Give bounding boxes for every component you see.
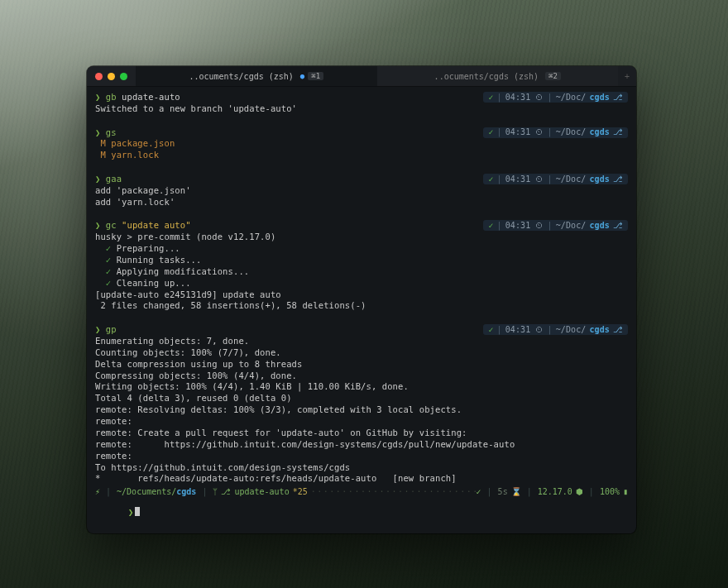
status-path: ~/Documents/cgds [117, 487, 196, 496]
cursor-icon [135, 507, 140, 516]
terminal-body[interactable]: ❯ gb update-auto ✓| 04:31 ⏲| ~/Doc/cgds … [87, 87, 636, 485]
battery-icon: ▮ [623, 487, 628, 496]
output-line: remote: [95, 451, 628, 462]
hourglass-icon: ⌛ [511, 487, 521, 496]
terminal-window: ..ocuments/cgds (zsh) ● ⌘1 ..ocuments/cg… [87, 66, 636, 533]
output-line: To https://github.intuit.com/design-syst… [95, 462, 628, 474]
branch-icon: ⎇ [221, 487, 231, 496]
output-line: M yarn.lock [95, 150, 628, 161]
output-line: Enumerating objects: 7, done. [95, 336, 628, 347]
output-line: add 'package.json' [95, 185, 628, 197]
notification-icon: ● [300, 72, 304, 80]
command-line: ❯ gp ✓| 04:31 ⏲| ~/Doc/cgds ⎇ [95, 324, 628, 336]
output-line: remote: https://github.intuit.com/design… [95, 439, 628, 451]
right-prompt: ✓| 04:31 ⏲| ~/Doc/cgds ⎇ [483, 174, 628, 184]
right-prompt: ✓| 04:31 ⏲| ~/Doc/cgds ⎇ [483, 92, 628, 103]
status-duration: 5s [498, 487, 508, 496]
status-ok-icon: ✓ [477, 487, 481, 496]
right-prompt: ✓| 04:31 ⏲| ~/Doc/cgds ⎇ [483, 220, 628, 231]
new-tab-button[interactable]: + [618, 66, 636, 86]
status-filler: ······························ [308, 487, 477, 496]
output-line: ✓ Applying modifications... [95, 266, 628, 278]
terminal-footer: ⚡ | ~/Documents/cgds | ᛘ ⎇ update-auto *… [87, 485, 636, 533]
prompt-line[interactable]: ❯ [95, 496, 628, 528]
zoom-icon[interactable] [120, 73, 127, 80]
titlebar: ..ocuments/cgds (zsh) ● ⌘1 ..ocuments/cg… [87, 66, 636, 87]
right-prompt: ✓| 04:31 ⏲| ~/Doc/cgds ⎇ [483, 324, 628, 335]
status-branch: update-auto [234, 487, 289, 496]
output-line: Writing objects: 100% (4/4), 1.40 KiB | … [95, 381, 628, 393]
command-line: ❯ gc "update auto" ✓| 04:31 ⏲| ~/Doc/cgd… [95, 220, 628, 232]
close-icon[interactable] [95, 73, 103, 80]
tab-title: ..ocuments/cgds (zsh) [434, 72, 539, 81]
output-line: [update-auto e245131d9] update auto [95, 289, 628, 301]
minimize-icon[interactable] [108, 73, 115, 80]
status-node: 12.17.0 [538, 487, 572, 496]
status-battery: 100% [600, 487, 620, 496]
command-block: ❯ gp ✓| 04:31 ⏲| ~/Doc/cgds ⎇Enumerating… [95, 324, 628, 485]
command-line: ❯ gs ✓| 04:31 ⏲| ~/Doc/cgds ⎇ [95, 127, 628, 139]
output-line: remote: [95, 416, 628, 428]
command-block: ❯ gs ✓| 04:31 ⏲| ~/Doc/cgds ⎇ M package.… [95, 127, 628, 162]
prompt-icon: ⚡ [95, 487, 100, 496]
tab-shortcut: ⌘1 [308, 72, 323, 80]
command-line: ❯ gb update-auto ✓| 04:31 ⏲| ~/Doc/cgds … [95, 92, 628, 103]
output-line: ✓ Running tasks... [95, 255, 628, 266]
tab-shortcut: ⌘2 [545, 72, 561, 80]
command-block: ❯ gaa ✓| 04:31 ⏲| ~/Doc/cgds ⎇add 'packa… [95, 174, 628, 208]
git-icon: ᛘ [213, 487, 218, 496]
output-line: M package.json [95, 138, 628, 150]
output-line: * refs/heads/update-auto:refs/heads/upda… [95, 473, 628, 485]
powerline-status: ⚡ | ~/Documents/cgds | ᛘ ⎇ update-auto *… [95, 487, 628, 496]
output-line: add 'yarn.lock' [95, 197, 628, 208]
tab-title: ..ocuments/cgds (zsh) [189, 72, 293, 81]
command-line: ❯ gaa ✓| 04:31 ⏲| ~/Doc/cgds ⎇ [95, 174, 628, 185]
output-line: remote: Resolving deltas: 100% (3/3), co… [95, 404, 628, 416]
tab-1[interactable]: ..ocuments/cgds (zsh) ● ⌘1 [136, 66, 377, 86]
right-prompt: ✓| 04:31 ⏲| ~/Doc/cgds ⎇ [483, 127, 628, 138]
command-block: ❯ gb update-auto ✓| 04:31 ⏲| ~/Doc/cgds … [95, 92, 628, 115]
output-line: remote: Create a pull request for 'updat… [95, 428, 628, 439]
output-line: Counting objects: 100% (7/7), done. [95, 347, 628, 359]
command-block: ❯ gc "update auto" ✓| 04:31 ⏲| ~/Doc/cgd… [95, 220, 628, 312]
output-line: Switched to a new branch 'update-auto' [95, 103, 628, 115]
status-dirty: *25 [293, 487, 308, 496]
traffic-lights [87, 66, 136, 86]
output-line: 2 files changed, 58 insertions(+), 58 de… [95, 300, 628, 312]
node-icon: ⬢ [576, 487, 583, 496]
output-line: ✓ Preparing... [95, 243, 628, 255]
tab-2[interactable]: ..ocuments/cgds (zsh) ⌘2 [377, 66, 619, 86]
output-line: ✓ Cleaning up... [95, 278, 628, 289]
output-line: husky > pre-commit (node v12.17.0) [95, 232, 628, 243]
output-line: Compressing objects: 100% (4/4), done. [95, 370, 628, 382]
output-line: Total 4 (delta 3), reused 0 (delta 0) [95, 393, 628, 404]
output-line: Delta compression using up to 8 threads [95, 359, 628, 370]
